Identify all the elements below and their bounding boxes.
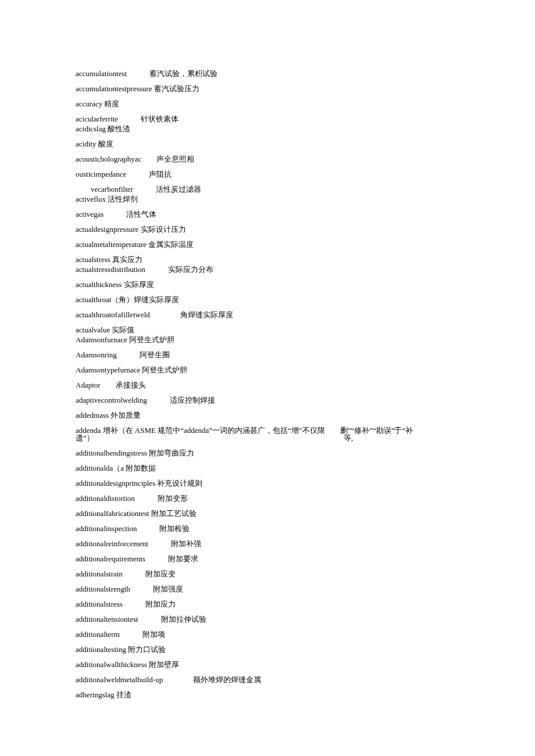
glossary-entry: Adaptor 承接接头	[76, 381, 459, 389]
glossary-entry: additionalfabricationtest 附加工艺试验	[76, 510, 459, 517]
glossary-entry: adaptivecontrolwelding 适应控制焊接	[76, 396, 459, 404]
glossary-entry: acicularferrite 针状铁素体	[76, 115, 459, 123]
glossary-entry: actualstress 真实应力	[76, 256, 459, 263]
glossary-entry: additionalinspection 附加检验	[76, 525, 459, 532]
glossary-entry: acidicslag 酸性渣	[76, 125, 459, 132]
glossary-entry: acousticholographyac 声全息照相	[76, 155, 459, 163]
glossary-entry: activeflux 活性焊剂	[76, 195, 459, 203]
glossary-entry: additionalstress 附加应力	[76, 600, 459, 608]
glossary-entry: additionaldistortion 附加变形	[76, 495, 459, 502]
glossary-entry: adheringslag 挂渣	[76, 691, 459, 698]
glossary-entry: Adamsontypefurnace 阿登生式炉胆	[76, 366, 459, 374]
glossary-entry: additionalreinforcement 附加补强	[76, 540, 459, 547]
glossary-entry: addenda 增补（在 ASME 规范中“addenda”一词的内涵甚广，包括…	[76, 427, 459, 442]
glossary-entry: Adamsonfurnace 阿登生式炉胆	[76, 336, 459, 343]
glossary-entry: additionalstrain 附加应变	[76, 570, 459, 578]
glossary-entry: accumulationtest 蓄汽试验，累积试验	[76, 70, 459, 77]
document-page: accumulationtest 蓄汽试验，累积试验accumulationte…	[0, 0, 535, 741]
glossary-entry: actualvalue 实际值	[76, 326, 459, 334]
glossary-entry: actualmetaltemperature 金属实际温度	[76, 241, 459, 248]
glossary-entry: ousticimpedance 声阻抗	[76, 170, 459, 178]
glossary-entry: vecarbonfilter 活性炭过滤器	[76, 185, 459, 193]
glossary-entry: additionalrequirements 附加要求	[76, 555, 459, 562]
glossary-entry: accuracy 精度	[76, 100, 459, 108]
glossary-entry: additionalbendingstress 附加弯曲应力	[76, 449, 459, 457]
glossary-entry: Adamsonring 阿登生圈	[76, 351, 459, 359]
glossary-entry: actualthroatofafilletweld 角焊缝实际厚度	[76, 311, 459, 318]
glossary-entry: additionalweldmetalbuild-up 额外堆焊的焊缝金属	[76, 676, 459, 683]
glossary-entry: additionalda（a 附加数据	[76, 464, 459, 472]
glossary-entry: acidity 酸度	[76, 140, 459, 148]
glossary-entry: actualthroat（角）焊缝实际厚度	[76, 296, 459, 303]
glossary-entry: additionaldesignprinciples 补充设计规则	[76, 479, 459, 487]
glossary-entry: additionaltesting 附力口试验	[76, 646, 459, 653]
glossary-entry: additionalterm 附加项	[76, 630, 459, 638]
glossary-entry: addedmass 外加质量	[76, 411, 459, 419]
glossary-entry: additionaltensiontest 附加拉伸试验	[76, 615, 459, 623]
glossary-entry: actualstressdistribution 实际应力分布	[76, 266, 459, 273]
glossary-entry: actualdesignpressure 实际设计压力	[76, 225, 459, 233]
glossary-entry: additionalstrength 附加强度	[76, 585, 459, 593]
glossary-entry: accumulationtestpressure 蓄汽试验压力	[76, 85, 459, 92]
glossary-entry: additionalwallthickness 附加壁厚	[76, 661, 459, 668]
glossary-entry: actualthickness 实际厚度	[76, 281, 459, 288]
glossary-entry: activegas 活性气体	[76, 210, 459, 218]
